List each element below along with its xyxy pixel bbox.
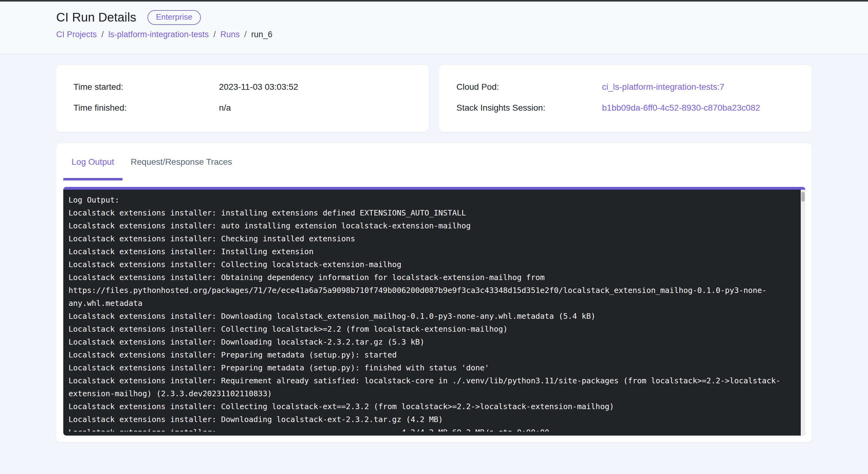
log-line: Localstack extensions installer: Downloa… [68, 413, 799, 426]
log-line: Localstack extensions installer: Collect… [68, 258, 799, 271]
log-line: https://files.pythonhosted.org/packages/… [68, 284, 799, 297]
time-finished-label: Time finished: [73, 102, 219, 113]
log-line: any.whl.metadata [68, 297, 799, 310]
log-line: Localstack extensions installer: Prepari… [68, 349, 799, 361]
run-times-card: Time started: 2023-11-03 03:03:52 Time f… [56, 64, 429, 132]
breadcrumb-separator: / [101, 30, 104, 39]
breadcrumb-current-run: run_6 [251, 30, 273, 39]
ci-run-details-page: CI Run Details Enterprise CI Projects / … [0, 0, 868, 474]
log-line: Localstack extensions installer: auto in… [68, 219, 799, 232]
log-line: Localstack extensions installer: Require… [68, 375, 799, 387]
cloud-pod-label: Cloud Pod: [457, 82, 602, 92]
log-line: Localstack extensions installer: Downloa… [68, 310, 799, 323]
time-finished-value: n/a [219, 102, 231, 113]
log-output-text: Log Output:Localstack extensions install… [63, 190, 805, 432]
summary-cards-row: Time started: 2023-11-03 03:03:52 Time f… [56, 64, 812, 132]
terminal-scrollbar-thumb[interactable] [801, 192, 805, 202]
breadcrumb-project[interactable]: ls-platform-integration-tests [108, 30, 209, 39]
main-content: Time started: 2023-11-03 03:03:52 Time f… [0, 54, 868, 442]
log-line: Log Output: [68, 194, 799, 207]
breadcrumb-ci-projects[interactable]: CI Projects [56, 30, 97, 39]
terminal-scrollbar[interactable] [801, 190, 805, 436]
cloud-pod-link[interactable]: ci_ls-platform-integration-tests:7 [602, 82, 724, 92]
log-line: Localstack extensions installer: Downloa… [68, 336, 799, 349]
log-output-terminal: Log Output:Localstack extensions install… [63, 187, 805, 436]
log-line: Localstack extensions installer: Obtaini… [68, 271, 799, 284]
time-finished-row: Time finished: n/a [73, 102, 411, 113]
tab-log-output[interactable]: Log Output [63, 143, 123, 180]
breadcrumb-separator: / [214, 30, 216, 39]
enterprise-badge: Enterprise [148, 10, 201, 25]
log-line: Localstack extensions installer: Collect… [68, 323, 799, 336]
breadcrumb-separator: / [244, 30, 247, 39]
log-line: Localstack extensions installer: Checkin… [68, 232, 799, 245]
tab-request-response-traces[interactable]: Request/Response Traces [123, 143, 241, 180]
time-started-value: 2023-11-03 03:03:52 [219, 82, 298, 92]
title-row: CI Run Details Enterprise [56, 10, 812, 25]
log-line: Localstack extensions installer: install… [68, 207, 799, 219]
log-line: Localstack extensions installer: ━━━━━━━… [68, 426, 799, 432]
terminal-accent-bar [63, 187, 805, 190]
log-line: Localstack extensions installer: Collect… [68, 400, 799, 413]
time-started-row: Time started: 2023-11-03 03:03:52 [73, 82, 411, 92]
log-line: Localstack extensions installer: Prepari… [68, 361, 799, 375]
run-meta-card: Cloud Pod: ci_ls-platform-integration-te… [439, 64, 812, 132]
log-line: extension-mailhog) (2.3.3.dev20231102110… [68, 387, 799, 400]
page-header: CI Run Details Enterprise CI Projects / … [0, 2, 868, 54]
cloud-pod-row: Cloud Pod: ci_ls-platform-integration-te… [457, 82, 795, 92]
page-title: CI Run Details [56, 10, 136, 24]
time-started-label: Time started: [73, 82, 219, 92]
breadcrumb-runs[interactable]: Runs [220, 30, 240, 39]
stack-insights-label: Stack Insights Session: [457, 102, 602, 113]
stack-insights-row: Stack Insights Session: b1bb09da-6ff0-4c… [457, 102, 795, 113]
log-line: Localstack extensions installer: Install… [68, 245, 799, 258]
breadcrumb: CI Projects / ls-platform-integration-te… [56, 30, 812, 39]
log-card: Log Output Request/Response Traces Log O… [56, 143, 812, 442]
stack-insights-session-link[interactable]: b1bb09da-6ff0-4c52-8930-c870ba23c082 [602, 102, 760, 113]
tabs-bar: Log Output Request/Response Traces [56, 143, 812, 180]
